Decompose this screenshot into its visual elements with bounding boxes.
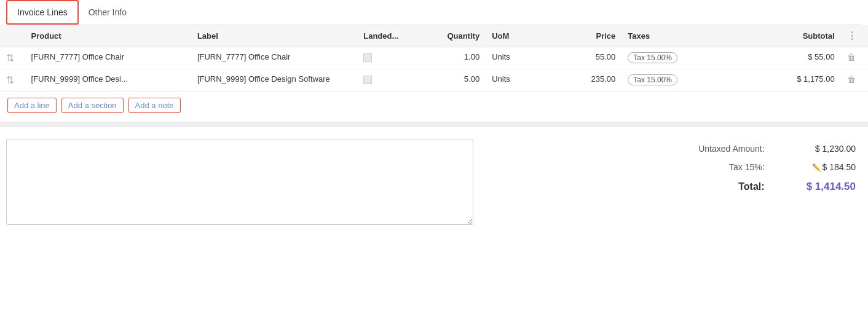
row-product[interactable]: [FURN_7777] Office Chair	[25, 47, 191, 69]
add-section-button[interactable]: Add a section	[61, 98, 124, 113]
tax-badge[interactable]: Tax 15.00%	[628, 74, 677, 85]
untaxed-amount-value: $ 1,230.00	[771, 140, 861, 157]
row-price[interactable]: 55.00	[546, 47, 621, 69]
landed-checkbox[interactable]	[363, 76, 372, 84]
col-drag	[0, 25, 25, 47]
row-subtotal: $ 1,175.00	[743, 69, 841, 92]
total-value: $ 1,414.50	[771, 177, 861, 197]
row-subtotal: $ 55.00	[743, 47, 841, 69]
row-quantity[interactable]: 1.00	[418, 47, 486, 69]
row-label[interactable]: [FURN_7777] Office Chair	[191, 47, 357, 69]
table-row: ⇅ [FURN_9999] Office Desi... [FURN_9999]…	[0, 69, 868, 92]
row-quantity[interactable]: 5.00	[418, 69, 486, 92]
tabs-container: Invoice Lines Other Info	[0, 0, 868, 25]
drag-icon: ⇅	[6, 53, 14, 63]
col-quantity: Quantity	[418, 25, 486, 47]
tax-badge[interactable]: Tax 15.00%	[628, 52, 677, 63]
col-landed: Landed...	[357, 25, 417, 47]
col-product: Product	[25, 25, 191, 47]
row-price[interactable]: 235.00	[546, 69, 621, 92]
col-subtotal: Subtotal	[743, 25, 841, 47]
row-uom[interactable]: Units	[486, 47, 546, 69]
row-taxes: Tax 15.00%	[621, 69, 743, 92]
row-taxes: Tax 15.00%	[621, 47, 743, 69]
tab-invoice-lines[interactable]: Invoice Lines	[6, 0, 79, 25]
notes-area	[6, 139, 473, 227]
invoice-lines-section: Product Label Landed... Quantity UoM Pri…	[0, 25, 868, 119]
column-options-icon[interactable]: ⋮	[847, 31, 857, 41]
row-delete[interactable]: 🗑	[841, 69, 868, 92]
drag-icon: ⇅	[6, 75, 14, 85]
edit-icon[interactable]: ✏️	[812, 163, 821, 172]
total-row: Total: $ 1,414.50	[654, 177, 861, 197]
table-row: ⇅ [FURN_7777] Office Chair [FURN_7777] O…	[0, 47, 868, 69]
total-label: Total:	[654, 177, 770, 197]
notes-textarea[interactable]	[6, 139, 473, 225]
landed-checkbox[interactable]	[363, 53, 372, 62]
col-label: Label	[191, 25, 357, 47]
totals-area: Untaxed Amount: $ 1,230.00 Tax 15%: ✏️$ …	[653, 139, 862, 227]
tab-other-info[interactable]: Other Info	[79, 0, 136, 25]
add-note-button[interactable]: Add a note	[128, 98, 181, 113]
row-landed	[357, 69, 417, 92]
untaxed-amount-label: Untaxed Amount:	[654, 140, 770, 157]
row-product[interactable]: [FURN_9999] Office Desi...	[25, 69, 191, 92]
tax-row: Tax 15%: ✏️$ 184.50	[654, 158, 861, 176]
section-divider	[0, 122, 868, 127]
row-delete[interactable]: 🗑	[841, 47, 868, 69]
row-landed	[357, 47, 417, 69]
invoice-table: Product Label Landed... Quantity UoM Pri…	[0, 25, 868, 92]
tax-value: ✏️$ 184.50	[771, 158, 861, 176]
col-options: ⋮	[841, 25, 868, 47]
action-buttons-row: Add a line Add a section Add a note	[0, 92, 868, 119]
col-uom: UoM	[486, 25, 546, 47]
tax-label: Tax 15%:	[654, 158, 770, 176]
row-uom[interactable]: Units	[486, 69, 546, 92]
row-drag-handle[interactable]: ⇅	[0, 47, 25, 69]
delete-icon[interactable]: 🗑	[847, 52, 856, 62]
totals-table: Untaxed Amount: $ 1,230.00 Tax 15%: ✏️$ …	[653, 139, 862, 198]
untaxed-amount-row: Untaxed Amount: $ 1,230.00	[654, 140, 861, 157]
add-line-button[interactable]: Add a line	[7, 98, 57, 113]
bottom-section: Untaxed Amount: $ 1,230.00 Tax 15%: ✏️$ …	[0, 129, 868, 237]
row-label[interactable]: [FURN_9999] Office Design Software	[191, 69, 357, 92]
delete-icon[interactable]: 🗑	[847, 74, 856, 84]
col-taxes: Taxes	[621, 25, 743, 47]
col-price: Price	[546, 25, 621, 47]
tax-amount: $ 184.50	[823, 162, 856, 172]
row-drag-handle[interactable]: ⇅	[0, 69, 25, 92]
